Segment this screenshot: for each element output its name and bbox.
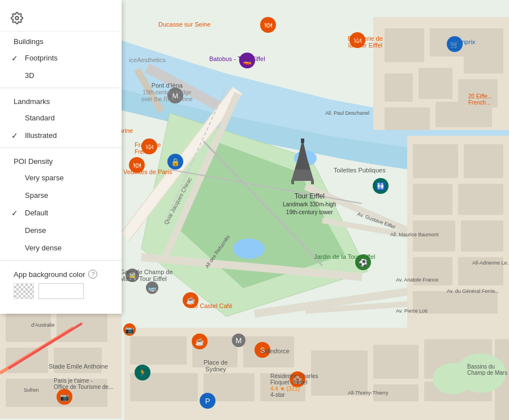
density-very-dense[interactable]: Very dense bbox=[0, 239, 122, 257]
standard-option[interactable]: Standard bbox=[0, 109, 122, 127]
svg-rect-34 bbox=[373, 384, 419, 401]
svg-rect-26 bbox=[192, 336, 238, 367]
svg-rect-25 bbox=[130, 336, 187, 365]
svg-rect-40 bbox=[413, 184, 452, 215]
gear-button[interactable] bbox=[7, 8, 27, 28]
svg-rect-28 bbox=[130, 373, 198, 401]
svg-rect-20 bbox=[57, 314, 107, 342]
svg-rect-43 bbox=[461, 220, 503, 252]
app-bg-section: App background color ? bbox=[0, 264, 122, 305]
svg-rect-21 bbox=[6, 348, 48, 373]
svg-rect-30 bbox=[260, 373, 305, 401]
settings-panel: Buildings ✓ Footprints 3D Landmarks Stan… bbox=[0, 0, 122, 314]
svg-rect-29 bbox=[204, 373, 255, 401]
svg-rect-32 bbox=[373, 345, 419, 379]
density-very-sparse[interactable]: Very sparse bbox=[0, 169, 122, 187]
svg-rect-53 bbox=[291, 180, 294, 184]
footprints-option[interactable]: ✓ Footprints bbox=[0, 49, 122, 67]
divider-1 bbox=[0, 88, 122, 88]
svg-rect-44 bbox=[413, 257, 452, 285]
svg-rect-54 bbox=[311, 180, 314, 184]
svg-rect-9 bbox=[464, 28, 503, 73]
svg-point-3 bbox=[233, 239, 265, 259]
svg-rect-19 bbox=[6, 314, 51, 342]
svg-rect-10 bbox=[385, 73, 413, 102]
divider-3 bbox=[0, 260, 122, 261]
app-bg-label: App background color ? bbox=[14, 270, 108, 279]
density-dense[interactable]: Dense bbox=[0, 222, 122, 239]
color-preview-row bbox=[14, 283, 108, 299]
landmarks-header: Landmarks bbox=[0, 92, 122, 109]
svg-rect-27 bbox=[243, 336, 294, 367]
svg-rect-7 bbox=[385, 28, 424, 62]
svg-rect-8 bbox=[430, 28, 464, 57]
svg-rect-39 bbox=[464, 144, 503, 178]
svg-rect-23 bbox=[6, 379, 107, 407]
svg-rect-38 bbox=[413, 144, 458, 178]
svg-rect-31 bbox=[311, 350, 368, 396]
svg-rect-52 bbox=[301, 138, 304, 143]
svg-rect-41 bbox=[458, 184, 503, 215]
illustrated-option[interactable]: ✓ Illustrated bbox=[0, 127, 122, 144]
svg-rect-42 bbox=[413, 220, 455, 252]
svg-rect-11 bbox=[419, 68, 452, 99]
color-input[interactable] bbox=[38, 283, 84, 299]
info-icon[interactable]: ? bbox=[88, 270, 97, 279]
buildings-header: Buildings bbox=[0, 32, 122, 49]
svg-rect-46 bbox=[413, 291, 498, 314]
poi-density-header: POI Density bbox=[0, 151, 122, 169]
svg-rect-22 bbox=[54, 348, 102, 373]
svg-rect-13 bbox=[385, 107, 430, 130]
default-check: ✓ bbox=[11, 209, 18, 218]
density-default[interactable]: ✓ Default bbox=[0, 204, 122, 222]
svg-rect-45 bbox=[458, 257, 503, 285]
density-sparse[interactable]: Sparse bbox=[0, 187, 122, 204]
svg-marker-51 bbox=[291, 170, 314, 181]
svg-rect-14 bbox=[435, 102, 492, 127]
color-checkerboard bbox=[14, 283, 34, 299]
divider-2 bbox=[0, 148, 122, 148]
footprints-check: ✓ bbox=[11, 54, 18, 63]
gear-icon bbox=[11, 12, 23, 24]
illustrated-check: ✓ bbox=[11, 131, 18, 140]
svg-point-48 bbox=[433, 363, 472, 395]
3d-option[interactable]: 3D bbox=[0, 67, 122, 84]
svg-point-55 bbox=[15, 16, 19, 20]
